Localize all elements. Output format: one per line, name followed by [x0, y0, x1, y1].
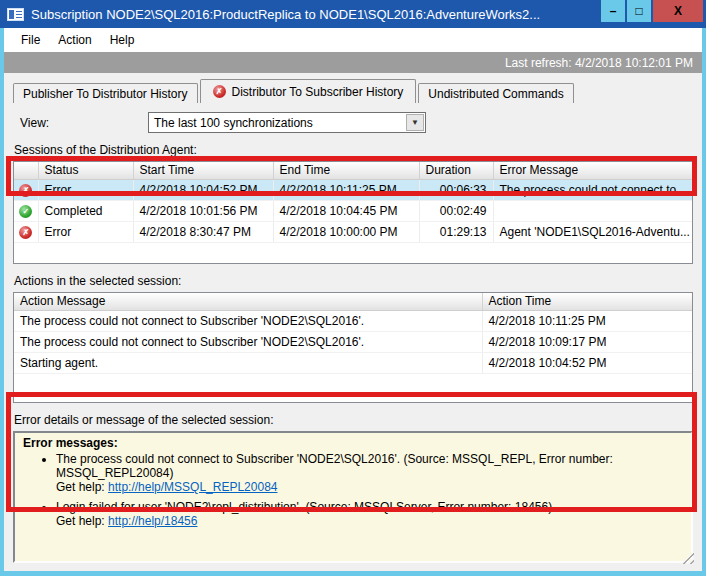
- help-link[interactable]: http://help/MSSQL_REPL20084: [108, 480, 277, 494]
- error-details-box: Error messages: The process could not co…: [13, 431, 693, 563]
- error-icon: ✗: [213, 85, 226, 98]
- tab-publisher-to-distributor[interactable]: Publisher To Distributor History: [13, 83, 198, 103]
- view-row: View: The last 100 synchronizations ▼: [13, 112, 693, 133]
- error-message-list: The process could not connect to Subscri…: [23, 452, 683, 528]
- actions-table: Action Message Action Time The process c…: [13, 292, 693, 403]
- sessions-table: Status Start Time End Time Duration Erro…: [13, 161, 693, 264]
- col-error-message[interactable]: Error Message: [493, 162, 692, 179]
- subscription-window: Subscription NODE2\SQL2016:ProductReplic…: [0, 0, 706, 576]
- get-help-label: Get help:: [56, 480, 105, 494]
- action-message: Starting agent.: [14, 352, 482, 373]
- view-dropdown[interactable]: The last 100 synchronizations ▼: [148, 112, 426, 133]
- session-duration: 00:02:49: [419, 200, 493, 221]
- close-button[interactable]: X: [653, 0, 703, 22]
- col-end-time[interactable]: End Time: [273, 162, 419, 179]
- tab-distributor-to-subscriber[interactable]: ✗ Distributor To Subscriber History: [200, 79, 417, 103]
- maximize-button[interactable]: □: [627, 0, 651, 22]
- col-action-time[interactable]: Action Time: [482, 293, 692, 310]
- help-link[interactable]: http://help/18456: [108, 514, 197, 528]
- sessions-header-row: Status Start Time End Time Duration Erro…: [14, 162, 692, 179]
- view-label: View:: [20, 116, 148, 130]
- menu-file[interactable]: File: [12, 28, 49, 52]
- session-start: 4/2/2018 8:30:47 PM: [133, 221, 273, 242]
- session-end: 4/2/2018 10:00:00 PM: [273, 221, 419, 242]
- error-icon: ✗: [19, 184, 32, 197]
- minimize-button[interactable]: –: [601, 0, 625, 22]
- session-row-error[interactable]: ✗ Error 4/2/2018 8:30:47 PM 4/2/2018 10:…: [14, 221, 692, 242]
- tab-undistributed-commands[interactable]: Undistributed Commands: [418, 83, 573, 103]
- actions-header-row: Action Message Action Time: [14, 293, 692, 310]
- action-message: The process could not connect to Subscri…: [14, 331, 482, 352]
- get-help-label: Get help:: [56, 514, 105, 528]
- col-start-time[interactable]: Start Time: [133, 162, 273, 179]
- menu-action[interactable]: Action: [49, 28, 100, 52]
- col-duration[interactable]: Duration: [419, 162, 493, 179]
- error-message-text: Login failed for user 'NODE2\repl_distri…: [56, 500, 683, 514]
- action-row[interactable]: Starting agent. 4/2/2018 10:04:52 PM: [14, 352, 692, 373]
- error-messages-heading: Error messages:: [23, 436, 683, 450]
- last-refresh-label: Last refresh: 4/2/2018 10:12:01 PM: [505, 56, 693, 70]
- action-time: 4/2/2018 10:04:52 PM: [482, 352, 692, 373]
- error-help-line: Get help: http://help/MSSQL_REPL20084: [56, 480, 683, 494]
- col-status[interactable]: Status: [38, 162, 133, 179]
- session-start: 4/2/2018 10:04:52 PM: [133, 179, 273, 200]
- view-dropdown-value: The last 100 synchronizations: [154, 116, 313, 130]
- session-end: 4/2/2018 10:04:45 PM: [273, 200, 419, 221]
- chevron-down-icon[interactable]: ▼: [406, 114, 424, 131]
- tab-label: Undistributed Commands: [428, 87, 563, 101]
- session-status: Completed: [38, 200, 133, 221]
- session-duration: 01:29:13: [419, 221, 493, 242]
- col-action-message[interactable]: Action Message: [14, 293, 482, 310]
- session-end: 4/2/2018 10:11:25 PM: [273, 179, 419, 200]
- error-message-text: The process could not connect to Subscri…: [56, 452, 683, 480]
- session-start: 4/2/2018 10:01:56 PM: [133, 200, 273, 221]
- session-status: Error: [38, 221, 133, 242]
- action-row[interactable]: The process could not connect to Subscri…: [14, 310, 692, 331]
- action-message: The process could not connect to Subscri…: [14, 310, 482, 331]
- session-error: Agent 'NODE1\SQL2016-Adventu...: [493, 221, 692, 242]
- window-title: Subscription NODE2\SQL2016:ProductReplic…: [31, 7, 540, 22]
- success-icon: ✓: [19, 205, 32, 218]
- actions-section-label: Actions in the selected session:: [13, 274, 693, 288]
- action-row[interactable]: The process could not connect to Subscri…: [14, 331, 692, 352]
- session-error: [493, 200, 692, 221]
- replication-monitor-icon: [7, 8, 24, 21]
- client-area: Publisher To Distributor History ✗ Distr…: [4, 73, 702, 571]
- action-time: 4/2/2018 10:11:25 PM: [482, 310, 692, 331]
- sessions-section-label: Sessions of the Distribution Agent:: [13, 143, 693, 157]
- col-status-icon[interactable]: [14, 162, 38, 179]
- last-refresh-bar: Last refresh: 4/2/2018 10:12:01 PM: [4, 52, 702, 73]
- window-frame: File Action Help Last refresh: 4/2/2018 …: [4, 28, 702, 571]
- error-message-item: The process could not connect to Subscri…: [56, 452, 683, 494]
- tab-label: Distributor To Subscriber History: [232, 85, 404, 99]
- session-error: The process could not connect to ...: [493, 179, 692, 200]
- action-time: 4/2/2018 10:09:17 PM: [482, 331, 692, 352]
- tab-label: Publisher To Distributor History: [23, 87, 188, 101]
- menu-bar: File Action Help: [4, 28, 702, 52]
- session-row-error-selected[interactable]: ✗ Error 4/2/2018 10:04:52 PM 4/2/2018 10…: [14, 179, 692, 200]
- session-status: Error: [38, 179, 133, 200]
- error-icon: ✗: [19, 226, 32, 239]
- error-message-item: Login failed for user 'NODE2\repl_distri…: [56, 500, 683, 528]
- error-details-label: Error details or message of the selected…: [13, 413, 693, 427]
- session-row-completed[interactable]: ✓ Completed 4/2/2018 10:01:56 PM 4/2/201…: [14, 200, 692, 221]
- error-help-line: Get help: http://help/18456: [56, 514, 683, 528]
- window-controls: – □ X: [601, 0, 703, 22]
- menu-help[interactable]: Help: [101, 28, 144, 52]
- session-duration: 00:06:33: [419, 179, 493, 200]
- tab-strip: Publisher To Distributor History ✗ Distr…: [13, 79, 693, 103]
